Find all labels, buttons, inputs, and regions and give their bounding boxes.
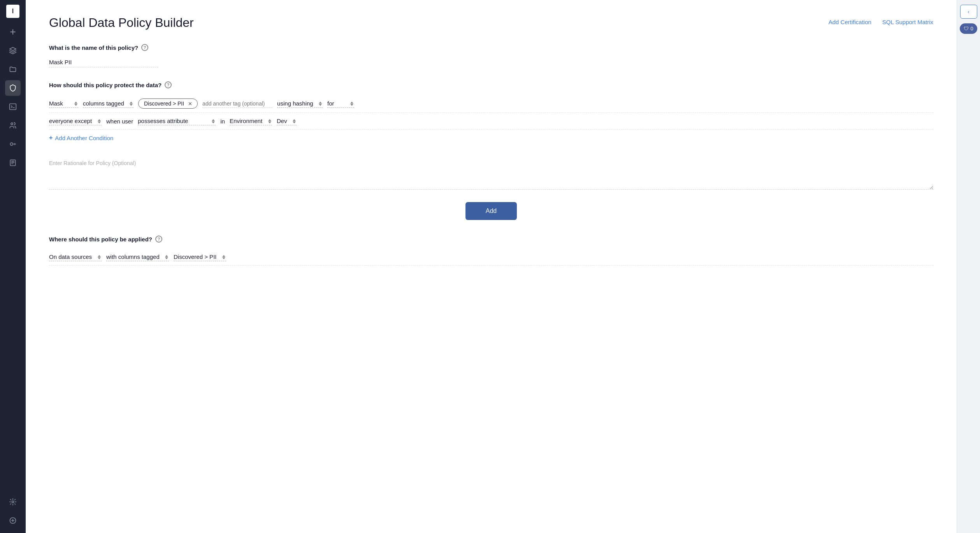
attr-select[interactable]: Environment [230,117,272,125]
sql-support-link[interactable]: SQL Support Matrix [882,19,933,25]
sidebar-item-add-bottom[interactable] [5,513,21,528]
action-select[interactable]: Mask Restrict Allow [49,99,78,108]
protection-question: How should this policy protect the data?… [49,81,933,88]
method-select[interactable]: using hashing using nulls using random [277,99,323,108]
svg-point-2 [10,143,13,146]
source-select[interactable]: On data sources [49,253,102,261]
badge-button[interactable]: 🛡 0 [960,23,977,34]
add-button[interactable]: Add [465,202,517,220]
page-header: Global Data Policy Builder Add Certifica… [49,16,933,30]
when-user-text: when user [106,118,133,125]
policy-name-section: What is the name of this policy? ? [49,44,933,67]
sidebar-item-shield[interactable] [5,80,21,96]
rationale-textarea[interactable] [49,158,933,190]
tag-label: Discovered > PII [144,100,184,107]
add-button-wrapper: Add [49,202,933,220]
svg-point-4 [12,501,14,503]
protection-row-2: everyone except everyone specific users … [49,113,933,130]
applied-section: Where should this policy be applied? ? O… [49,236,933,266]
sidebar-item-settings[interactable] [5,494,21,510]
sidebar-item-users[interactable] [5,118,21,133]
page-title: Global Data Policy Builder [49,16,194,30]
protection-help-icon[interactable]: ? [165,81,172,88]
sidebar-item-plus[interactable] [5,24,21,40]
columns-tagged-select-wrapper: columns tagged [83,99,133,108]
columns-tagged-select[interactable]: columns tagged [83,99,133,108]
svg-point-1 [11,123,13,125]
applied-help-icon[interactable]: ? [155,236,162,243]
action-select-wrapper: Mask Restrict Allow [49,99,78,108]
app-logo[interactable]: I [6,5,19,18]
add-condition-label: Add Another Condition [55,135,113,141]
sidebar-item-notes[interactable] [5,155,21,171]
in-text: in [220,118,225,125]
protection-row-1: Mask Restrict Allow columns tagged [49,95,933,113]
applied-tag-select[interactable]: Discovered > PII [174,253,226,261]
add-condition-btn[interactable]: + Add Another Condition [49,130,933,143]
condition-select-wrapper: possesses attribute does not possess att… [138,117,216,125]
attr-select-wrapper: Environment [230,117,272,125]
scope-select-wrapper: everyone except everyone specific users [49,117,102,125]
attr-val-select-wrapper: Dev [277,117,297,125]
tag-pill: Discovered > PII ✕ [138,99,198,109]
sidebar-item-folder[interactable] [5,62,21,77]
add-condition-plus-icon: + [49,134,53,141]
with-columns-select[interactable]: with columns tagged [106,253,169,261]
with-columns-select-wrapper: with columns tagged [106,253,169,261]
add-certification-link[interactable]: Add Certification [829,19,871,25]
sidebar: I [0,0,26,533]
source-select-wrapper: On data sources [49,253,102,261]
badge-count: 0 [970,26,973,32]
protection-section: How should this policy protect the data?… [49,81,933,143]
condition-select[interactable]: possesses attribute does not possess att… [138,117,216,125]
applied-tag-select-wrapper: Discovered > PII [174,253,226,261]
policy-name-help-icon[interactable]: ? [141,44,148,51]
svg-rect-0 [10,104,16,110]
for-select[interactable]: for except [327,99,354,108]
applied-row-1: On data sources with columns tagged [49,249,933,266]
method-select-wrapper: using hashing using nulls using random [277,99,323,108]
rationale-section [49,158,933,191]
attr-val-select[interactable]: Dev [277,117,297,125]
applied-question: Where should this policy be applied? ? [49,236,933,243]
add-tag-input[interactable] [202,100,272,108]
sidebar-item-layers[interactable] [5,43,21,58]
panel-toggle-btn[interactable]: ‹ [960,5,977,19]
shield-badge-icon: 🛡 [964,26,969,32]
sidebar-item-terminal[interactable] [5,99,21,114]
for-select-wrapper: for except [327,99,354,108]
sidebar-item-key[interactable] [5,136,21,152]
right-panel: ‹ 🛡 0 [957,0,980,533]
tag-close-btn[interactable]: ✕ [186,100,193,107]
policy-name-question: What is the name of this policy? ? [49,44,933,51]
header-actions: Add Certification SQL Support Matrix [829,19,933,25]
main-content: Global Data Policy Builder Add Certifica… [26,0,957,533]
policy-name-input[interactable] [49,57,158,67]
scope-select[interactable]: everyone except everyone specific users [49,117,102,125]
